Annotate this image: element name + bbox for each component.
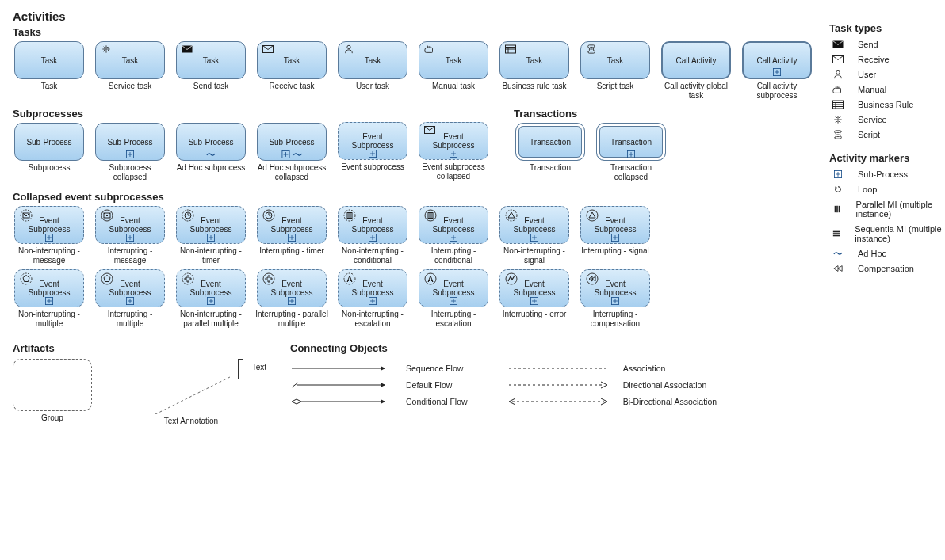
activity-label: Call Activity — [756, 56, 797, 65]
svg-point-40 — [21, 210, 32, 221]
task-row: Task Task Task Service task Task Send ta… — [13, 41, 813, 100]
svg-point-100 — [263, 273, 274, 284]
subprocess-marker-icon — [449, 297, 458, 305]
mult-ni-icon — [20, 272, 33, 285]
activity-label: Task — [365, 56, 381, 65]
activity-label: Task — [203, 56, 220, 65]
sequential-mi-icon — [832, 230, 841, 238]
collapsed-row-1: Event Subprocess Non-interrupting - mess… — [13, 206, 813, 265]
sig-ni-icon — [505, 209, 518, 222]
legend-row: Sub-Process — [829, 170, 945, 179]
legend-activity-markers: Sub-ProcessLoopParallel MI (multiple ins… — [829, 170, 945, 273]
legend-label: User — [858, 70, 876, 79]
activity-cell: Task Script task — [579, 41, 652, 100]
activity-caption: Business rule task — [502, 82, 566, 99]
title-subprocesses: Subprocesses — [13, 108, 328, 120]
legend-label: Manual — [858, 85, 886, 94]
activity-caption: Call activity subprocess — [740, 82, 813, 100]
svg-point-96 — [182, 273, 193, 284]
connecting-row: Sequence Flow — [290, 363, 468, 374]
activity-caption: Non-interrupting - multiple — [13, 310, 86, 328]
activity-caption: Non-interrupting - escalation — [336, 310, 409, 328]
activity-label: Call Activity — [675, 56, 716, 65]
parmult-ni-icon — [182, 272, 194, 285]
send-icon — [832, 40, 844, 49]
subprocess-marker-icon — [206, 234, 216, 242]
cond-ni-icon — [343, 209, 356, 222]
activity-cell: Call Activity Call activity global task — [660, 41, 733, 100]
user-icon — [832, 70, 844, 79]
subprocess-marker-icon — [626, 150, 636, 158]
activity-node: Task — [257, 41, 327, 79]
legend-label: Send — [858, 40, 878, 49]
sig-i-icon — [586, 209, 599, 222]
svg-line-143 — [836, 121, 836, 122]
activity-caption: Task — [41, 82, 58, 99]
svg-line-7 — [104, 51, 105, 51]
activity-cell: Event Subprocess Interrupting - compensa… — [579, 269, 652, 328]
activity-caption: Non-interrupting - conditional — [336, 246, 409, 265]
activity-cell: Event Subprocess Interrupting - conditio… — [417, 206, 490, 265]
assoc-line-icon — [507, 363, 610, 374]
svg-point-136 — [836, 117, 840, 122]
activity-label: Task — [284, 56, 300, 65]
legend-task-types: SendReceiveUserManualBusiness RuleServic… — [829, 40, 945, 139]
activity-caption: Interrupting - escalation — [417, 310, 490, 328]
activity-cell: Transaction Transaction collapsed — [595, 123, 668, 181]
connecting-row: Bi-Directional Association — [507, 396, 717, 407]
activity-cell: Task Task — [13, 41, 86, 100]
activity-node: Task — [580, 41, 650, 79]
subprocess-marker-icon — [125, 150, 135, 158]
activity-label: Task — [607, 56, 624, 65]
legend-row: Receive — [829, 55, 945, 64]
activity-caption: User task — [356, 82, 389, 99]
activity-node: Event Subprocess — [419, 206, 488, 244]
activity-caption: Interrupting - timer — [259, 246, 324, 264]
mult-i-icon — [101, 272, 113, 285]
activity-cell: Sub-Process Ad Hoc subprocess collapsed — [255, 123, 328, 181]
send-icon — [182, 44, 193, 54]
connecting-row: Association — [507, 363, 717, 374]
activity-label: Task — [446, 56, 462, 65]
svg-line-139 — [840, 117, 840, 118]
text-annotation-label: Text — [252, 363, 266, 371]
activity-cell: Sub-Process Subprocess collapsed — [94, 123, 166, 181]
activity-cell: Event Subprocess Non-interrupting - sign… — [498, 206, 571, 265]
subprocess-marker-icon — [125, 297, 135, 305]
subprocess-marker-icon — [449, 150, 458, 158]
activity-caption: Manual task — [432, 82, 475, 99]
activity-cell: Task Receive task — [255, 41, 328, 100]
timer-i-icon — [262, 209, 275, 222]
legend-label: Compensation — [858, 264, 914, 273]
legend-row: Service — [829, 115, 945, 124]
svg-line-5 — [108, 51, 109, 51]
legend-row: Manual — [829, 85, 945, 94]
activity-node: Task — [338, 41, 407, 79]
activity-caption: Non-interrupting - parallel multiple — [174, 310, 247, 328]
activity-cell: Event Subprocess Non-interrupting - esca… — [336, 269, 409, 328]
activity-cell: Transaction Transaction — [514, 123, 587, 181]
connecting-col-2: AssociationDirectional AssociationBi-Dir… — [507, 357, 717, 413]
service-icon — [832, 115, 844, 124]
connecting-label: Directional Association — [623, 380, 707, 390]
activity-caption: Transaction collapsed — [595, 163, 668, 181]
legend-label: Service — [858, 115, 887, 124]
connecting-col-1: Sequence FlowDefault FlowConditional Flo… — [290, 357, 468, 413]
group-caption: Group — [13, 413, 92, 431]
adhoc-marker-icon — [293, 150, 303, 158]
cond-line-icon — [290, 396, 393, 407]
activity-caption: Non-interrupting - timer — [174, 246, 247, 265]
activity-node: Event Subprocess — [580, 206, 650, 244]
activity-cell: Event Subprocess Interrupting - message — [94, 206, 166, 265]
activity-node: Sub-Process — [95, 123, 165, 161]
err-i-icon — [505, 272, 518, 285]
dassoc-line-icon — [507, 379, 610, 390]
connecting-label: Conditional Flow — [406, 397, 468, 406]
script-icon — [586, 44, 597, 54]
activity-label: Task — [41, 56, 58, 65]
activity-node: Event Subprocess — [419, 122, 488, 160]
activity-node: Sub-Process — [257, 123, 327, 161]
activity-label: Task — [122, 56, 139, 65]
activity-cell: Event Subprocess Non-interrupting - cond… — [336, 206, 409, 265]
activity-caption: Interrupting - compensation — [579, 310, 652, 328]
